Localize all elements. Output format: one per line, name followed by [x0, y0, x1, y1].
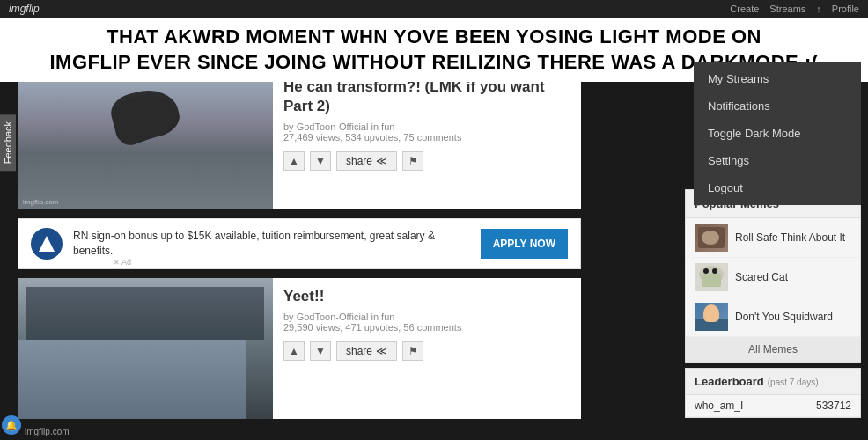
- meme-thumb-3: [695, 303, 728, 331]
- dropdown-settings[interactable]: Settings: [694, 147, 861, 174]
- feedback-tab[interactable]: Feedback: [0, 114, 16, 171]
- post-actions-1: ▲ ▼ share ≪ ⚑: [283, 151, 570, 171]
- ad-text: RN sign-on bonus up to $15K available, t…: [73, 229, 470, 259]
- top-bar: imgflip Create Streams ↑ Profile: [0, 0, 868, 18]
- dropdown-notifications[interactable]: Notifications: [694, 92, 861, 120]
- ad-banner: RN sign-on bonus up to $15K available, t…: [18, 218, 581, 269]
- leaderboard-section: Leaderboard (past 7 days) who_am_I 53371…: [685, 368, 861, 418]
- imgflip-credit: imgflip.com: [23, 198, 58, 206]
- leaderboard-sub: (past 7 days): [768, 378, 819, 387]
- meme-thumb-1: [695, 224, 728, 252]
- main-content: imgflip.com He can transform?! (LMK if y…: [0, 62, 868, 440]
- post-card-1: imgflip.com He can transform?! (LMK if y…: [18, 69, 581, 209]
- flag-btn-1[interactable]: ⚑: [402, 151, 423, 171]
- nav-streams[interactable]: Streams: [769, 4, 805, 14]
- ad-label: ✕ Ad: [114, 258, 131, 267]
- imgflip-watermark: imgflip.com: [25, 427, 70, 436]
- site-logo[interactable]: imgflip: [9, 3, 40, 15]
- meme-label-2: Scared Cat: [735, 271, 788, 283]
- top-bar-right: Create Streams ↑ Profile: [730, 4, 859, 14]
- downvote-btn-2[interactable]: ▼: [310, 341, 331, 361]
- meme-label-1: Roll Safe Think About It: [735, 231, 845, 244]
- post-actions-2: ▲ ▼ share ≪ ⚑: [283, 341, 570, 361]
- bell-icon: 🔔: [5, 420, 18, 431]
- post-info-2: Yeet!! by GodToon-Official in fun 29,590…: [273, 278, 581, 370]
- meme-label-3: Don't You Squidward: [735, 311, 833, 323]
- content-area: imgflip.com He can transform?! (LMK if y…: [18, 62, 685, 440]
- post-info-1: He can transform?! (LMK if you want Part…: [273, 69, 581, 180]
- nav-create[interactable]: Create: [730, 4, 759, 14]
- nav-profile[interactable]: Profile: [832, 4, 859, 14]
- post-image-1: imgflip.com: [18, 69, 273, 209]
- meme-item-2[interactable]: Scared Cat: [686, 258, 860, 297]
- all-memes-button[interactable]: All Memes: [686, 337, 860, 362]
- nav-up[interactable]: ↑: [816, 4, 821, 14]
- dropdown-menu: My Streams Notifications Toggle Dark Mod…: [694, 62, 861, 205]
- share-btn-2[interactable]: share ≪: [336, 341, 397, 361]
- ad-icon: [31, 228, 63, 260]
- post-card-2: Yeet!! by GodToon-Official in fun 29,590…: [18, 278, 581, 419]
- popular-memes-section: Popular Memes Roll Safe Think About It S…: [685, 189, 861, 363]
- meme-item-3[interactable]: Don't You Squidward: [686, 297, 860, 337]
- leaderboard-header: Leaderboard (past 7 days): [686, 369, 860, 395]
- post-title-2[interactable]: Yeet!!: [283, 287, 570, 306]
- apply-now-button[interactable]: APPLY NOW: [481, 229, 568, 259]
- post-image-2: [18, 278, 273, 419]
- leaderboard-score-1: 533712: [816, 400, 851, 412]
- post-meta-2: by GodToon-Official in fun 29,590 views,…: [283, 312, 570, 333]
- dropdown-toggle-dark[interactable]: Toggle Dark Mode: [694, 120, 861, 147]
- notification-icon[interactable]: 🔔: [2, 415, 21, 435]
- downvote-btn-1[interactable]: ▼: [310, 151, 331, 171]
- post-title-1[interactable]: He can transform?! (LMK if you want Part…: [283, 77, 570, 116]
- share-btn-1[interactable]: share ≪: [336, 151, 397, 171]
- upvote-btn-2[interactable]: ▲: [283, 341, 305, 361]
- ad-marker: Ad: [121, 258, 131, 267]
- ad-x-icon: ✕: [114, 259, 120, 267]
- meme-line1: THAT AKWRD MOMENT WHN YOVE BEEN YOSING L…: [107, 26, 761, 48]
- leaderboard-user-1[interactable]: who_am_I: [695, 400, 743, 412]
- dropdown-my-streams[interactable]: My Streams: [694, 65, 861, 92]
- share-icon-1: ≪: [376, 155, 387, 167]
- share-icon-2: ≪: [376, 345, 387, 357]
- meme-item-1[interactable]: Roll Safe Think About It: [686, 218, 860, 258]
- leaderboard-row-1: who_am_I 533712: [686, 395, 860, 417]
- dropdown-logout[interactable]: Logout: [694, 174, 861, 202]
- meme-thumb-2: [695, 263, 728, 291]
- right-sidebar: My Streams Notifications Toggle Dark Mod…: [685, 62, 861, 440]
- flag-btn-2[interactable]: ⚑: [402, 341, 423, 361]
- upvote-btn-1[interactable]: ▲: [283, 151, 305, 171]
- post-meta-1: by GodToon-Official in fun 27,469 views,…: [283, 121, 570, 143]
